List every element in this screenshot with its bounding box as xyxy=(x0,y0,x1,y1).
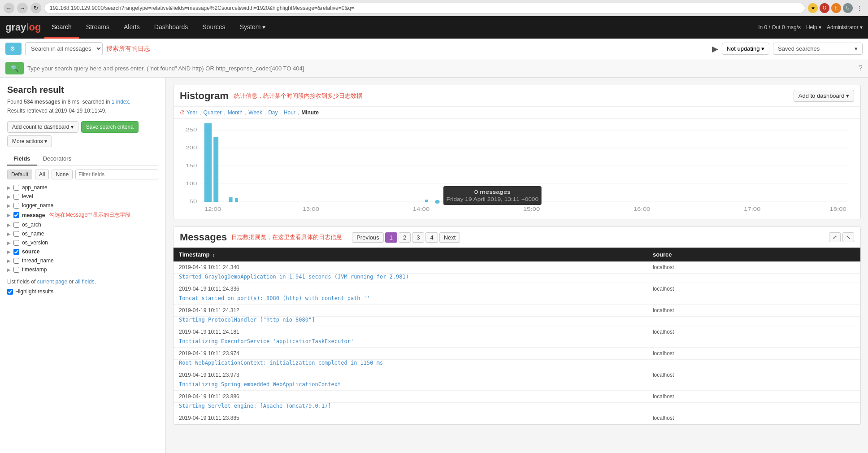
range-settings-button[interactable]: ⚙ xyxy=(5,43,22,55)
field-name-os_version: os_version xyxy=(22,240,48,246)
highlight-checkbox-input[interactable] xyxy=(7,289,13,295)
add-to-dashboard-button[interactable]: Add to dashboard ▾ xyxy=(794,90,854,102)
checkbox-message[interactable] xyxy=(13,212,19,218)
tab-decorators[interactable]: Decorators xyxy=(37,152,78,166)
field-name-app_name: app_name xyxy=(22,184,48,191)
table-row: 2019-04-19 10:11:23.973 localhost xyxy=(174,369,860,381)
help-button[interactable]: Help ▾ xyxy=(806,24,821,30)
checkbox-source[interactable] xyxy=(13,249,19,255)
nav-item-system[interactable]: System ▾ xyxy=(233,16,273,39)
play-button[interactable]: ▶ xyxy=(712,44,718,54)
checkbox-timestamp[interactable] xyxy=(13,267,19,273)
more-actions-button[interactable]: More actions ▾ xyxy=(7,135,52,147)
filter-all-btn[interactable]: All xyxy=(35,170,49,179)
result-stats-line2: Results retrieved at 2019-04-19 10:11:49… xyxy=(7,107,158,115)
expand-icon-os_arch[interactable]: ▶ xyxy=(7,222,11,227)
expand-icon-app_name[interactable]: ▶ xyxy=(7,185,11,190)
svg-text:13:00: 13:00 xyxy=(302,206,319,212)
nav-item-alerts[interactable]: Alerts xyxy=(117,16,147,39)
refresh-button[interactable]: ↻ xyxy=(30,3,41,13)
checkbox-logger_name[interactable] xyxy=(13,203,19,209)
checkbox-os_arch[interactable] xyxy=(13,222,19,228)
period-day[interactable]: Day xyxy=(268,109,278,116)
messages-panel: Messages 日志数据展览，在这里查看具体的日志信息 Previous 1 … xyxy=(173,226,861,425)
expand-icon-thread_name[interactable]: ▶ xyxy=(7,258,11,263)
tab-fields[interactable]: Fields xyxy=(7,152,37,166)
filter-none-btn[interactable]: None xyxy=(52,170,73,179)
expand-icon-logger_name[interactable]: ▶ xyxy=(7,203,11,208)
nav-item-sources[interactable]: Sources xyxy=(195,16,232,39)
checkbox-thread_name[interactable] xyxy=(13,258,19,264)
histogram-controls: ⏱ Year, Quarter, Month, Week, Day, Hour,… xyxy=(174,107,860,119)
query-input[interactable] xyxy=(27,63,855,74)
content-area: Histogram 统计信息，统计某个时间段内接收到多少日志数据 Add to … xyxy=(166,78,868,453)
current-page-link[interactable]: current page xyxy=(37,279,67,285)
filter-fields-input[interactable] xyxy=(75,170,158,179)
page-3-button[interactable]: 3 xyxy=(412,232,424,243)
page-1-button[interactable]: 1 xyxy=(385,232,397,243)
expand-icon-source[interactable]: ▶ xyxy=(7,249,11,254)
browser-menu-icon[interactable]: G xyxy=(820,3,829,13)
extensions-icon[interactable]: E xyxy=(831,3,841,13)
admin-button[interactable]: Administrator ▾ xyxy=(827,24,863,30)
expand-icon-message[interactable]: ▶ xyxy=(7,213,11,218)
search-submit-button[interactable]: 🔍 xyxy=(5,62,24,74)
range-select[interactable]: Search in all messages xyxy=(25,42,103,55)
nav-item-search[interactable]: Search xyxy=(44,16,78,39)
field-item-os_name: ▶ os_name xyxy=(7,229,158,238)
expand-icon-os_name[interactable]: ▶ xyxy=(7,231,11,236)
save-search-button[interactable]: Save search criteria xyxy=(81,121,139,133)
field-name-level: level xyxy=(22,193,33,200)
cell-log-5[interactable]: Initializing Spring embedded WebApplicat… xyxy=(174,381,860,391)
field-item-timestamp: ▶ timestamp xyxy=(7,265,158,274)
forward-button[interactable]: → xyxy=(17,3,28,13)
expand-icon-button[interactable]: ⤢ xyxy=(829,232,841,242)
period-week[interactable]: Week xyxy=(248,109,262,116)
filter-default-btn[interactable]: Default xyxy=(7,170,32,179)
nav-item-dashboards[interactable]: Dashboards xyxy=(147,16,195,39)
expand-icon-os_version[interactable]: ▶ xyxy=(7,240,11,245)
chrome-menu-icon[interactable]: ⋮ xyxy=(855,3,864,13)
highlight-results-checkbox[interactable]: Highlight results xyxy=(7,288,158,295)
user-icon[interactable]: U xyxy=(843,3,853,13)
period-minute[interactable]: Minute xyxy=(301,109,319,116)
updating-button[interactable]: Not updating ▾ xyxy=(722,43,769,55)
source-header[interactable]: source xyxy=(647,248,860,261)
checkbox-os_name[interactable] xyxy=(13,231,19,237)
field-item-app_name: ▶ app_name xyxy=(7,183,158,192)
cell-log-1[interactable]: Tomcat started on port(s): 8080 (http) w… xyxy=(174,295,860,305)
checkbox-os_version[interactable] xyxy=(13,240,19,246)
checkbox-app_name[interactable] xyxy=(13,185,19,191)
url-bar[interactable] xyxy=(44,3,805,13)
cell-log-6[interactable]: Starting Servlet engine: [Apache Tomcat/… xyxy=(174,403,860,412)
cell-log-3[interactable]: Initializing ExecutorService 'applicatio… xyxy=(174,338,860,348)
bookmark-icon[interactable]: ★ xyxy=(808,3,818,13)
next-page-button[interactable]: Next xyxy=(439,232,460,243)
expand-icon-timestamp[interactable]: ▶ xyxy=(7,267,11,272)
back-button[interactable]: ← xyxy=(4,3,14,13)
index-link[interactable]: 1 index xyxy=(112,99,129,105)
add-count-button[interactable]: Add count to dashboard ▾ xyxy=(7,121,78,133)
expand-icon-level[interactable]: ▶ xyxy=(7,194,11,199)
expand-full-button[interactable]: ⤡ xyxy=(842,232,854,242)
cell-log-2[interactable]: Starting ProtocolHandler ["http-nio-8080… xyxy=(174,317,860,326)
table-row-detail: Root WebApplicationContext: initializati… xyxy=(174,360,860,369)
saved-searches-dropdown[interactable]: Saved searches ▾ xyxy=(773,43,863,55)
page-2-button[interactable]: 2 xyxy=(399,232,411,243)
timestamp-header[interactable]: Timestamp ↕ xyxy=(174,248,647,261)
all-fields-link[interactable]: all fields xyxy=(75,279,94,285)
period-year[interactable]: Year xyxy=(187,109,197,116)
cell-log-4[interactable]: Root WebApplicationContext: initializati… xyxy=(174,360,860,369)
period-hour[interactable]: Hour xyxy=(284,109,295,116)
page-4-button[interactable]: 4 xyxy=(425,232,438,243)
prev-page-button[interactable]: Previous xyxy=(352,232,384,243)
checkbox-level[interactable] xyxy=(13,194,19,200)
expand-buttons: ⤢ ⤡ xyxy=(829,232,854,242)
period-month[interactable]: Month xyxy=(228,109,243,116)
cell-log-0[interactable]: Started GraylogDemoApplication in 1.941 … xyxy=(174,274,860,283)
navbar-right: In 0 / Out 0 msg/s Help ▾ Administrator … xyxy=(758,24,868,30)
nav-item-streams[interactable]: Streams xyxy=(79,16,117,39)
period-quarter[interactable]: Quarter xyxy=(204,109,222,116)
query-help-icon[interactable]: ? xyxy=(859,64,863,72)
logo-gray-text: gray xyxy=(5,22,26,33)
